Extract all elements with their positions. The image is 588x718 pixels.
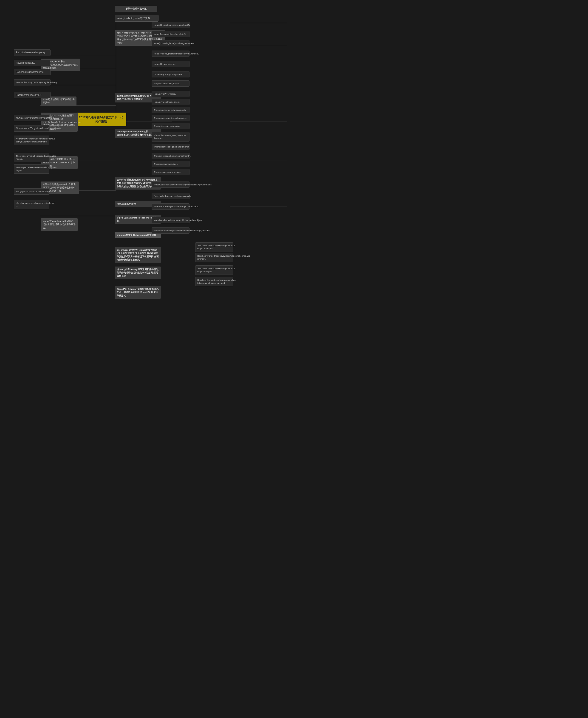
left-example-8: Neithermywifenorlmyselfamabletopersua de… bbox=[14, 136, 49, 145]
left-example-5: Haseitherofthemtoldyou? bbox=[14, 92, 50, 98]
right-ex-committee1: Thecommitteemeetstwiceamonth. bbox=[152, 107, 189, 113]
right-ex-col3-4: Heistheonlyoneofthoseboyswhoiswilling to… bbox=[195, 277, 233, 286]
right-example-2: Noneofusseemtohavethoughttofit. bbox=[152, 31, 189, 37]
right-ex-threeweeks: Threeweekswasallowedformakingthenecessar… bbox=[152, 182, 189, 188]
right-ex-species2: Thesespeciesarenowextinct. bbox=[152, 169, 189, 175]
right-example-police: Thepolicearelookingforhim. bbox=[152, 80, 189, 87]
right-example-5: Noneofthisworrriesme. bbox=[152, 61, 189, 67]
right-ex-thenumber: Thenumberofbookspublishedonthesubjectiss… bbox=[152, 227, 189, 234]
left-example-10: Hereisapen,afewenvelopesandsomepaper for… bbox=[14, 164, 49, 174]
left-example-1: Eachofushassomethingtosay. bbox=[14, 49, 50, 56]
right-ex-audience1: Theaudiencewasenormous. bbox=[152, 123, 189, 129]
right-ex-anumber: AnumberofbookshavebeenpublishedontheSubj… bbox=[152, 217, 189, 223]
right-ex-species1: Thisspeciesisnowextinct. bbox=[152, 161, 189, 167]
left-example-9: Therewascarvedintheboardadragonandap hoe… bbox=[14, 153, 49, 162]
right-example-3: None(=notasingleone)ofushasgotacamera. bbox=[152, 40, 189, 46]
connector-lines bbox=[0, 0, 588, 718]
left-example-6: Mysisterormybrotherislikelytobeathome. bbox=[14, 115, 49, 121]
right-ex-committee2: Thecommitteearedividedinopinion. bbox=[152, 115, 189, 121]
right-ex-series1: Thisnewseriesisbeginningnextmonth. bbox=[152, 144, 189, 150]
right-example-4: None(=nobody)hasfeltitmorekeenlythanshed… bbox=[152, 50, 189, 57]
header-title: 代词作主语时的一致 bbox=[115, 6, 158, 12]
one-of-label: oneofthose后用单数.在'oneof+复数名词+关系分句'结构中,关系分… bbox=[115, 247, 161, 263]
right-example-1: NoneofthebooksareeasyenoughforUs. bbox=[152, 22, 189, 28]
right-ex-col3-1: Joansoneofthosepeoplewhogooutotheir wayt… bbox=[195, 242, 233, 252]
right-ex-family2: Hisfamilyareallmusiclovers. bbox=[152, 99, 189, 105]
main-title: 2017年6月英语四级语法知识：代词作主语 bbox=[76, 112, 126, 126]
left-example-7: EitheryouorMrYangistodothework. bbox=[14, 125, 49, 132]
right-ex-col3-3: Joansoneofthosepeoplewhogooutotheir wayt… bbox=[195, 265, 233, 275]
only-one-label: 当one之前有theonly等限定词和修饰语时,关系分句谓语动词则限定one而定… bbox=[115, 267, 161, 279]
left-example-2: Iseverybodyready? bbox=[14, 60, 50, 66]
left-example-12: Morethanonepersonhasinvolvedinthecas e. bbox=[14, 200, 49, 209]
right-ex-series2: Thenewseriesarebeginningnextmonth. bbox=[152, 153, 189, 159]
right-example-cattle: Cattlearegrazingonthepasture. bbox=[152, 71, 189, 78]
right-ex-audience2: Theaudienceweregreatlymovedat thewords. bbox=[152, 132, 189, 142]
left-example-3: Somebodyisusingthephone. bbox=[14, 69, 50, 75]
many-rule: manya或morethanone所修饰的词作主语时,谓语动词多用单数形式. bbox=[41, 218, 78, 231]
only-one-label2: 当one之前有theonly等限定词和修饰语时,关系分句谓语动词则限定one而定… bbox=[115, 286, 161, 299]
left-example-11: Manyapersonhashadthatkindofexperience. bbox=[14, 188, 49, 194]
some-few-rule: some,few,both,many等作复数 bbox=[115, 15, 159, 22]
left-example-4: Neitherofushasgonethroughregulartraining… bbox=[14, 79, 50, 85]
right-ex-tales: TalesfromShakespearesabookbyCharlesLamb. bbox=[152, 203, 189, 209]
right-ex-onehundred: Onehundredlwascoveredinasinglenight. bbox=[152, 193, 189, 199]
right-ex-col3-2: Heistheonlyoneofthoseboyswhoiswillingtot… bbox=[195, 253, 233, 262]
right-ex-family1: Hisfamilyisn'tverylarge. bbox=[152, 91, 189, 97]
main-container: 2017年6月英语四级语法知识：代词作主语 代词作主语时的一致 some,few… bbox=[0, 0, 588, 718]
